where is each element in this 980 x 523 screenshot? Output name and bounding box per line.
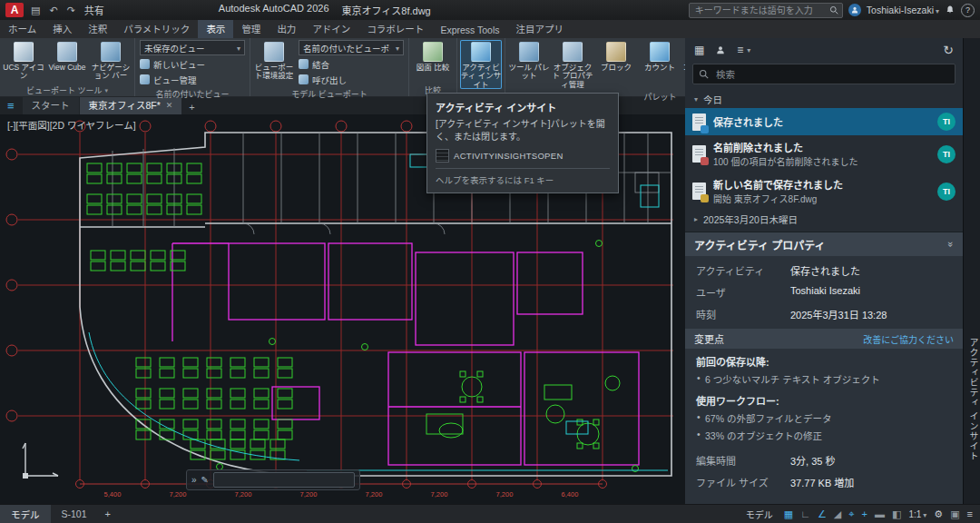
- user-filter-icon[interactable]: [715, 44, 726, 55]
- tab-home[interactable]: ホーム: [0, 19, 44, 38]
- tab-manage[interactable]: 管理: [233, 19, 269, 38]
- tab-output[interactable]: 出力: [269, 19, 304, 38]
- annotation-scale-control[interactable]: 1:1: [908, 509, 926, 519]
- autocad-logo[interactable]: A: [5, 3, 24, 17]
- tab-annotate[interactable]: 注釈: [80, 19, 115, 38]
- new-view-button[interactable]: 新しいビュー: [140, 57, 245, 71]
- user-initials-badge: TI: [937, 113, 956, 131]
- command-input[interactable]: [213, 472, 355, 488]
- join-icon: [299, 59, 309, 69]
- close-tab-icon[interactable]: ✕: [166, 101, 173, 110]
- count-palette-button[interactable]: カウント: [639, 40, 681, 89]
- document-title: 東京オフィス8f.dwg: [342, 3, 431, 17]
- new-drawing-tab-button[interactable]: +: [182, 100, 201, 114]
- view-manager-button[interactable]: ビュー管理: [140, 73, 245, 86]
- layout-tab-s101[interactable]: S-101: [51, 506, 98, 522]
- blocks-palette-icon: [606, 42, 626, 62]
- drawing-compare-button[interactable]: 図面 比較: [412, 40, 454, 83]
- sort-filter-icon[interactable]: ≡: [737, 44, 750, 56]
- file-tab-menu-icon[interactable]: ≡: [0, 99, 22, 114]
- redo-icon[interactable]: ↷: [65, 5, 77, 16]
- palette-search-input[interactable]: [714, 68, 949, 81]
- palette-side-strip[interactable]: アクティビティ インサイト: [963, 38, 980, 505]
- activity-insights-tooltip: アクティビティ インサイト [アクティビティ インサイト]パレットを開く、または…: [426, 93, 619, 193]
- transparency-icon[interactable]: ◧: [892, 508, 901, 520]
- tab-collaborate[interactable]: コラボレート: [358, 19, 432, 38]
- search-icon[interactable]: [829, 5, 838, 15]
- isometric-drafting-icon[interactable]: ◢: [834, 508, 841, 520]
- notifications-bell-icon[interactable]: [945, 5, 956, 15]
- event-row-saved-as[interactable]: 新しい名前で保存されました 開始 東京オフィス8F.dwg TI: [685, 173, 963, 210]
- user-menu[interactable]: Toshiaki-Isezaki: [867, 5, 939, 15]
- refresh-icon[interactable]: ↻: [943, 43, 954, 57]
- panel-label-named-views[interactable]: 名前の付いたビュー: [135, 88, 250, 100]
- ucs-icon: [14, 42, 34, 62]
- tab-view[interactable]: 表示: [198, 19, 233, 38]
- viewport-controls-label[interactable]: [-][平面図][2D ワイヤフレーム]: [7, 118, 136, 132]
- feedback-link[interactable]: 改善にご協力ください: [863, 332, 954, 346]
- customize-command-icon[interactable]: ✎: [201, 475, 209, 485]
- properties-palette-button[interactable]: オブジェクト プロパティ管理: [552, 40, 593, 89]
- tab-addins[interactable]: アドイン: [304, 19, 358, 38]
- palette-side-tab-label[interactable]: アクティビティ インサイト: [966, 338, 980, 461]
- tab-express-tools[interactable]: Express Tools: [432, 22, 507, 38]
- tab-featured-apps[interactable]: 注目アプリ: [508, 19, 573, 38]
- navigation-bar-icon: [101, 42, 121, 62]
- workflow-label: 使用ワークフロー:: [685, 388, 963, 410]
- activity-properties-header[interactable]: アクティビティ プロパティ »: [685, 232, 963, 256]
- view-combo[interactable]: 未保存のビュー: [140, 40, 245, 55]
- tooltip-command-row: ACTIVITYINSIGHTSOPEN: [436, 149, 610, 163]
- panel-label-viewport-tools[interactable]: ビューポート ツール: [0, 84, 134, 96]
- event-row-purged[interactable]: 名前削除されました 100 個の項目が名前削除されました TI: [685, 135, 963, 173]
- status-menu-icon[interactable]: ≡: [967, 508, 973, 519]
- autocad-window: A ▤ ↶ ↷ 共有 Autodesk AutoCAD 2026 東京オフィス8…: [0, 0, 980, 523]
- tab-insert[interactable]: 挿入: [44, 19, 80, 38]
- view-options-icon[interactable]: ▦: [694, 44, 704, 56]
- share-button[interactable]: 共有: [84, 3, 104, 17]
- clean-screen-icon[interactable]: ▣: [950, 508, 959, 520]
- collapse-chevron-icon[interactable]: »: [946, 242, 956, 247]
- restore-viewport-button[interactable]: 呼び出し: [299, 73, 404, 86]
- grid-display-icon[interactable]: ▦: [784, 508, 793, 520]
- save-as-event-icon: [692, 183, 706, 200]
- viewport-config-button[interactable]: ビューポート環境設定: [253, 40, 295, 86]
- ribbon-tab-bar: ホーム 挿入 注釈 パラメトリック 表示 管理 出力 アドイン コラボレート E…: [0, 20, 980, 38]
- save-icon[interactable]: ▤: [29, 5, 42, 16]
- join-viewport-button[interactable]: 結合: [299, 57, 404, 71]
- help-icon[interactable]: ?: [961, 4, 975, 17]
- model-label[interactable]: モデル: [746, 508, 773, 521]
- object-snap-icon[interactable]: ⌖: [848, 508, 854, 520]
- group-today[interactable]: ▾今日: [685, 90, 963, 108]
- tool-palettes-button[interactable]: ツール パレット: [508, 40, 550, 89]
- search-icon: [699, 69, 709, 79]
- customization-gear-icon[interactable]: ⚙: [934, 508, 943, 520]
- named-viewport-combo[interactable]: 名前の付いたビューポート: [299, 40, 404, 55]
- tab-start[interactable]: スタート: [23, 95, 79, 114]
- dynamic-input-icon[interactable]: +: [862, 508, 867, 519]
- panel-history: アクティビティ インサイト 履歴: [457, 38, 505, 96]
- palette-search[interactable]: [692, 64, 956, 84]
- panel-label-model-viewports[interactable]: モデル ビューポート: [250, 88, 408, 100]
- viewcube-icon: [57, 42, 77, 62]
- global-search[interactable]: [689, 3, 843, 18]
- event-row-saved[interactable]: 保存されました TI: [685, 108, 963, 135]
- activity-insights-button[interactable]: アクティビティ インサイト: [460, 40, 502, 89]
- user-avatar[interactable]: [848, 4, 861, 16]
- lineweight-icon[interactable]: ▬: [875, 508, 885, 519]
- undo-icon[interactable]: ↶: [47, 5, 59, 16]
- property-row: ユーザ Toshiaki Isezaki: [685, 281, 963, 303]
- ucs-icon-button[interactable]: UCS アイコン: [3, 40, 44, 83]
- panel-viewport-tools: UCS アイコン View Cube ナビゲーション バー ビューポート ツール: [0, 38, 135, 96]
- navigation-bar-button[interactable]: ナビゲーション バー: [90, 40, 132, 83]
- polar-tracking-icon[interactable]: ∠: [818, 508, 827, 520]
- viewcube-button[interactable]: View Cube: [46, 40, 88, 83]
- global-search-input[interactable]: [693, 5, 826, 16]
- blocks-palette-button[interactable]: ブロック: [595, 40, 637, 89]
- tab-parametric[interactable]: パラメトリック: [115, 19, 198, 38]
- model-space-tab[interactable]: モデル: [0, 505, 51, 523]
- add-layout-button[interactable]: +: [98, 506, 118, 522]
- snap-mode-icon[interactable]: ∟: [800, 508, 810, 519]
- group-march-20[interactable]: ▸2025年3月20日木曜日: [685, 210, 963, 228]
- expand-command-history-icon[interactable]: »: [191, 475, 197, 485]
- command-line-bar[interactable]: » ✎: [186, 469, 360, 490]
